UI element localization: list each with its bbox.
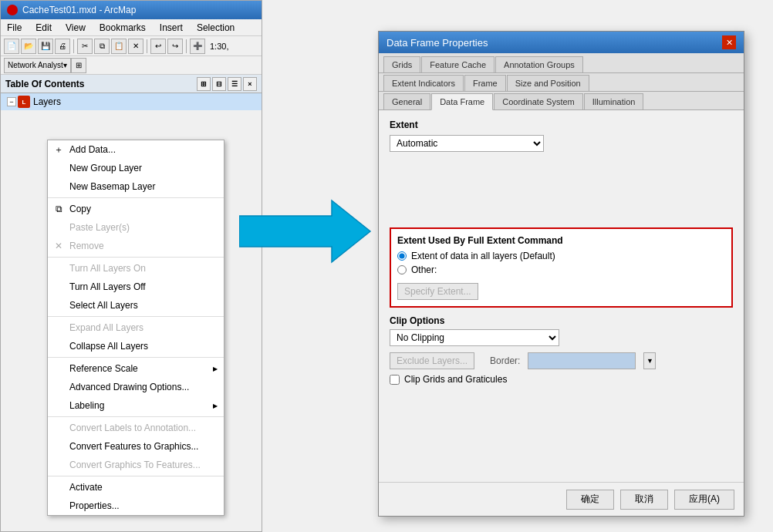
ctx-copy[interactable]: ⧉ Copy (48, 200, 224, 218)
menu-insert[interactable]: Insert (157, 21, 186, 35)
ctx-properties-label: Properties... (69, 500, 120, 511)
toc-btn-1[interactable]: ⊞ (197, 77, 211, 91)
arrow-svg (239, 193, 378, 270)
toc-layers-row[interactable]: − L Layers (1, 93, 262, 110)
ctx-reference-scale-label: Reference Scale (69, 363, 138, 374)
toc-title: Table Of Contents (5, 79, 84, 89)
clip-dropdown[interactable]: No Clipping (390, 329, 559, 346)
save-btn[interactable]: 💾 (38, 39, 53, 54)
ctx-remove-label: Remove (69, 241, 104, 251)
tab-coordinate-system[interactable]: Coordinate System (494, 93, 583, 109)
add-data-btn[interactable]: ➕ (190, 39, 205, 54)
ctx-expand-all-label: Expand All Layers (69, 322, 143, 333)
dialog-title-bar: Data Frame Properties ✕ (379, 32, 744, 53)
menu-bookmarks[interactable]: Bookmarks (96, 21, 149, 35)
tab-extent-indicators[interactable]: Extent Indicators (383, 75, 464, 91)
menu-selection[interactable]: Selection (194, 21, 238, 35)
ctx-reference-scale[interactable]: Reference Scale (48, 359, 224, 378)
clip-row: Exclude Layers... Border: ▼ (390, 352, 733, 369)
exclude-layers-btn[interactable]: Exclude Layers... (390, 352, 474, 369)
radio-extent-default-label: Extent of data in all layers (Default) (411, 251, 555, 261)
tab-frame[interactable]: Frame (464, 75, 506, 91)
tab-size-position[interactable]: Size and Position (507, 75, 589, 91)
ctx-new-group[interactable]: New Group Layer (48, 159, 224, 177)
dialog-content: Extent Automatic Extent Used By Full Ext… (379, 110, 744, 394)
ctx-select-all[interactable]: Select All Layers (48, 296, 224, 315)
toc-btn-close[interactable]: × (243, 77, 257, 91)
ctx-properties[interactable]: Properties... (48, 497, 224, 515)
highlight-box-title: Extent Used By Full Extent Command (397, 235, 725, 246)
radio-extent-default[interactable] (397, 251, 407, 261)
sep-2 (48, 257, 224, 258)
menu-edit[interactable]: Edit (32, 21, 55, 35)
toc-btn-2[interactable]: ⊟ (212, 77, 226, 91)
ctx-labeling[interactable]: Labeling (48, 396, 224, 415)
radio-extent-other[interactable] (397, 265, 407, 274)
extent-dropdown[interactable]: Automatic (390, 135, 544, 152)
ctx-new-basemap[interactable]: New Basemap Layer (48, 177, 224, 196)
undo-btn[interactable]: ↩ (150, 39, 166, 54)
cut-btn[interactable]: ✂ (77, 39, 93, 54)
toc-header: Table Of Contents ⊞ ⊟ ☰ × (1, 75, 262, 93)
ctx-activate[interactable]: Activate (48, 478, 224, 497)
sep2 (147, 39, 147, 53)
specify-extent-btn[interactable]: Specify Extent... (397, 283, 478, 300)
network-toolbar-btn[interactable]: ⊞ (71, 58, 86, 73)
layer-icon: L (18, 96, 30, 108)
ctx-turn-all-off[interactable]: Turn All Layers Off (48, 278, 224, 296)
redo-btn[interactable]: ↪ (167, 39, 183, 54)
toc-btn-3[interactable]: ☰ (228, 77, 241, 91)
new-btn[interactable]: 📄 (4, 39, 19, 54)
sep-3 (48, 316, 224, 317)
tab-data-frame[interactable]: Data Frame (431, 93, 493, 110)
tab-annotation-groups[interactable]: Annotation Groups (495, 56, 583, 72)
ctx-new-group-label: New Group Layer (69, 163, 142, 173)
ctx-convert-labels-label: Convert Labels to Annotation... (69, 423, 196, 433)
ctx-new-basemap-label: New Basemap Layer (69, 181, 155, 192)
dialog-close-btn[interactable]: ✕ (722, 35, 736, 49)
ctx-convert-features[interactable]: Convert Features to Graphics... (48, 437, 224, 456)
apply-btn[interactable]: 应用(A) (674, 490, 734, 510)
clip-section: Clip Options No Clipping Exclude Layers.… (390, 315, 733, 385)
ctx-labeling-label: Labeling (69, 400, 104, 411)
arcmap-title-bar: CacheTest01.mxd - ArcMap (1, 1, 262, 19)
scale-box[interactable]: 1:30, (207, 42, 231, 51)
paste-btn[interactable]: 📋 (111, 39, 127, 54)
extent-section-label: Extent (390, 120, 733, 130)
extent-dropdown-row: Automatic (390, 135, 733, 152)
expand-icon[interactable]: − (7, 97, 16, 106)
sep-5 (48, 416, 224, 417)
ctx-adv-drawing[interactable]: Advanced Drawing Options... (48, 378, 224, 396)
layer-name: Layers (33, 96, 61, 107)
ctx-convert-graphics: Convert Graphics To Features... (48, 456, 224, 474)
clip-grids-checkbox[interactable] (390, 375, 400, 385)
ok-btn[interactable]: 确定 (566, 490, 614, 510)
tab-general[interactable]: General (383, 93, 430, 109)
copy-btn[interactable]: ⧉ (94, 39, 110, 54)
tab-feature-cache[interactable]: Feature Cache (421, 56, 495, 72)
print-btn[interactable]: 🖨 (55, 39, 70, 54)
cancel-btn[interactable]: 取消 (620, 490, 668, 510)
ctx-paste: Paste Layer(s) (48, 218, 224, 237)
ctx-remove: ✕ Remove (48, 237, 224, 255)
border-dropdown-btn[interactable]: ▼ (643, 352, 656, 369)
dialog-data-frame-properties: Data Frame Properties ✕ Grids Feature Ca… (378, 31, 744, 517)
delete-btn[interactable]: ✕ (128, 39, 143, 54)
ctx-add-data[interactable]: ＋ Add Data... (48, 140, 224, 159)
network-analyst-dropdown[interactable]: Network Analyst▾ (4, 58, 71, 73)
open-btn[interactable]: 📂 (21, 39, 36, 54)
secondary-toolbar: Network Analyst▾ ⊞ (1, 56, 262, 75)
tab-row-1: Grids Feature Cache Annotation Groups (379, 53, 744, 73)
menu-file[interactable]: File (4, 21, 25, 35)
tab-grids[interactable]: Grids (383, 56, 420, 72)
menu-view[interactable]: View (62, 21, 89, 35)
tab-illumination[interactable]: Illumination (584, 93, 644, 109)
toolbar-main: 📄 📂 💾 🖨 ✂ ⧉ 📋 ✕ ↩ ↪ ➕ 1:30, (1, 36, 262, 56)
dialog-title-text: Data Frame Properties (386, 37, 488, 49)
border-color-swatch[interactable] (528, 352, 636, 369)
arrow-container (239, 193, 378, 270)
ctx-collapse-all[interactable]: Collapse All Layers (48, 337, 224, 355)
ctx-activate-label: Activate (69, 482, 103, 493)
remove-icon: ✕ (52, 240, 65, 252)
clip-label: Clip Options (390, 315, 733, 326)
